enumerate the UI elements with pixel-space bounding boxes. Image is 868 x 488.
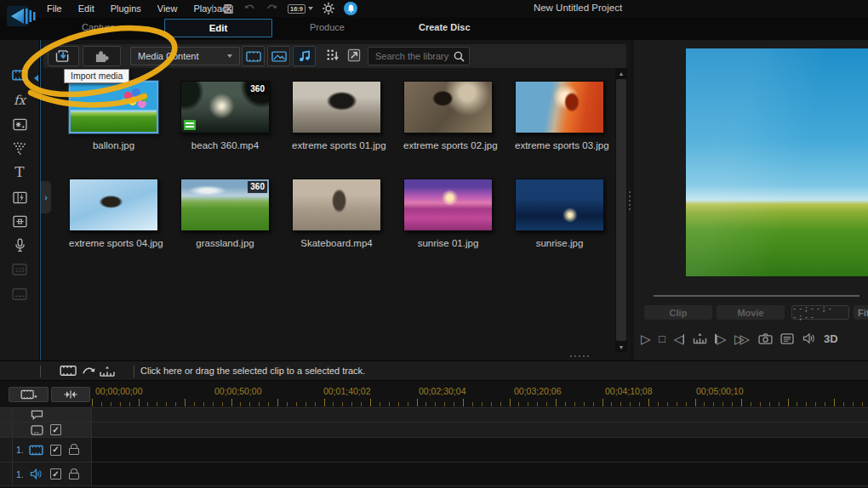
library-item[interactable]: sunrise 01.jpg — [403, 179, 493, 248]
panel-resize-handle[interactable] — [565, 355, 594, 360]
library-content-dropdown[interactable]: Media Content — [130, 47, 240, 65]
track-enable-checkbox[interactable]: ✓ — [50, 424, 61, 435]
library-item[interactable]: extreme sports 01.jpg — [292, 81, 381, 150]
app-logo — [6, 3, 37, 29]
main-workspace: fx T 123 › — [0, 40, 868, 360]
subtitle-frame-icon[interactable] — [31, 425, 43, 435]
preview-seek-bar[interactable] — [654, 295, 859, 297]
notification-bell-button[interactable] — [344, 2, 357, 15]
fit-zoom-button[interactable]: Fit — [854, 305, 868, 320]
track-enable-checkbox[interactable]: ✓ — [50, 468, 61, 479]
redo-icon[interactable] — [266, 3, 278, 14]
ruler-timestamp: 00;03;20;06 — [514, 386, 561, 396]
thumbnail-extreme-sports-02[interactable] — [403, 81, 493, 133]
library-item[interactable]: 360 grassland.jpg — [180, 179, 270, 248]
play-button[interactable]: ▷ — [641, 332, 651, 345]
sidebar-item-audio-mixing-room[interactable] — [0, 210, 39, 232]
library-item[interactable]: Skateboard.mp4 — [292, 179, 381, 248]
sidebar-item-particle-room[interactable] — [0, 137, 39, 159]
undo-icon[interactable] — [243, 3, 256, 14]
tab-produce[interactable]: Produce — [310, 22, 345, 32]
library-item-name: sunrise.jpg — [515, 238, 604, 248]
tab-capture[interactable]: Capture — [82, 22, 115, 32]
scroll-up-icon[interactable]: ▲ — [615, 68, 627, 78]
range-select-button[interactable] — [51, 387, 90, 402]
thumbnail-sunrise-01[interactable] — [403, 179, 493, 231]
vertical-splitter-handle[interactable] — [627, 191, 632, 210]
resize-thumbnails-icon[interactable] — [347, 48, 361, 62]
sidebar-item-subtitle-room[interactable] — [0, 283, 39, 305]
track-lock-icon[interactable] — [69, 444, 79, 456]
library-item[interactable]: extreme sports 04.jpg — [69, 179, 158, 248]
library-menu-icon[interactable] — [326, 48, 340, 62]
tab-create-disc[interactable]: Create Disc — [419, 22, 471, 32]
thumbnail-extreme-sports-04[interactable] — [69, 179, 158, 231]
insert-clip-hint[interactable]: Click here or drag the selected clip to … — [140, 366, 365, 376]
filter-video-button[interactable] — [242, 46, 265, 66]
movie-mode-button[interactable]: Movie — [717, 305, 785, 320]
sidebar-item-pip-objects-room[interactable] — [0, 113, 39, 135]
import-media-button[interactable] — [48, 46, 79, 66]
add-to-timeline-icon[interactable] — [60, 364, 116, 377]
track-enable-checkbox[interactable]: ✓ — [50, 445, 61, 456]
save-icon[interactable] — [223, 3, 234, 14]
menu-plugins[interactable]: Plugins — [111, 3, 141, 14]
menu-edit[interactable]: Edit — [78, 3, 94, 14]
library-scrollbar[interactable]: ▲ ▼ — [615, 68, 627, 352]
subtitle-track[interactable]: ✓ — [0, 422, 868, 437]
marker-track[interactable] — [0, 407, 868, 422]
timecode-display[interactable]: --;--;--;-- — [791, 305, 849, 320]
menu-view[interactable]: View — [157, 3, 178, 14]
sidebar-item-transition-room[interactable] — [0, 186, 39, 208]
search-input[interactable] — [368, 51, 454, 61]
settings-gear-icon[interactable] — [323, 3, 334, 14]
library-item[interactable]: ballon.jpg — [69, 81, 158, 150]
library-item[interactable]: sunrise.jpg — [515, 179, 604, 248]
snapshot-button[interactable] — [758, 333, 773, 344]
aspect-ratio-selector[interactable]: 16:9 — [288, 4, 313, 14]
thumbnail-skateboard[interactable] — [292, 179, 381, 231]
filter-photo-button[interactable] — [267, 46, 290, 66]
scroll-down-icon[interactable]: ▼ — [615, 342, 627, 352]
plugins-button[interactable] — [83, 46, 121, 66]
thumbnail-extreme-sports-03[interactable] — [515, 81, 604, 133]
library-item[interactable]: extreme sports 03.jpg — [515, 81, 604, 150]
track-manager-button[interactable] — [9, 387, 49, 402]
library-search-box[interactable] — [368, 47, 470, 65]
audio-track-1[interactable]: 1. ✓ — [0, 462, 868, 486]
filter-music-button[interactable] — [293, 46, 316, 66]
svg-text:123: 123 — [15, 267, 25, 273]
sidebar-item-voiceover-room[interactable] — [0, 234, 39, 256]
particle-icon — [13, 142, 26, 155]
sidebar-item-effect-room[interactable]: fx — [0, 89, 39, 111]
thumbnail-beach-360[interactable]: 360 — [180, 81, 270, 133]
collapse-panel-handle[interactable]: › — [41, 181, 51, 213]
library-item[interactable]: extreme sports 02.jpg — [403, 81, 493, 150]
clip-mode-button[interactable]: Clip — [644, 305, 712, 320]
library-item-name: ballon.jpg — [69, 140, 158, 150]
stop-button[interactable]: □ — [659, 333, 665, 344]
divider — [213, 3, 214, 14]
thumbnail-sunrise[interactable] — [515, 179, 604, 231]
3d-toggle-button[interactable]: 3D — [824, 332, 838, 345]
menu-file[interactable]: File — [47, 3, 62, 14]
comment-bubble-icon[interactable] — [31, 410, 43, 420]
thumbnail-extreme-sports-01[interactable] — [292, 81, 381, 133]
library-item[interactable]: 360 beach 360.mp4 — [180, 81, 270, 150]
sidebar-item-title-room[interactable]: T — [0, 161, 39, 183]
video-track-1[interactable]: 1. ✓ — [0, 437, 868, 462]
fast-forward-button[interactable]: ▷▷ — [734, 332, 750, 345]
previous-frame-button[interactable]: ◁ — [673, 332, 684, 345]
thumbnail-ballon[interactable] — [69, 81, 158, 133]
timeline-ruler[interactable] — [92, 381, 868, 407]
track-lock-icon[interactable] — [69, 468, 79, 480]
preview-quality-button[interactable] — [780, 333, 794, 344]
search-icon[interactable] — [454, 51, 465, 62]
thumbnail-grassland[interactable]: 360 — [180, 179, 270, 231]
next-frame-button[interactable]: ▷ — [715, 332, 726, 345]
sidebar-item-chapter-room[interactable]: 123 — [0, 258, 39, 281]
seek-button[interactable] — [693, 332, 707, 344]
volume-button[interactable] — [802, 332, 816, 344]
scrollbar-thumb[interactable] — [616, 79, 626, 341]
tab-edit[interactable]: Edit — [164, 19, 272, 37]
